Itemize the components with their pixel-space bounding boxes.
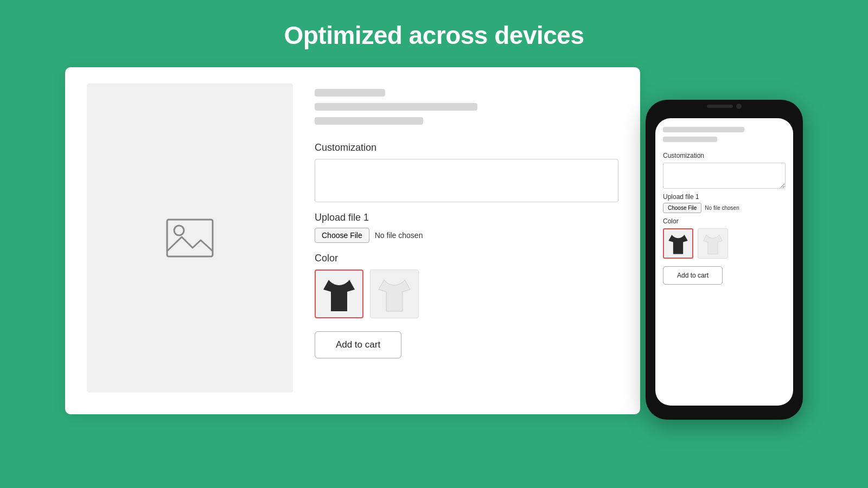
light-tshirt-icon — [378, 274, 411, 313]
phone-color-swatch-light[interactable] — [698, 228, 728, 259]
phone-skeleton-2 — [663, 137, 717, 142]
svg-point-1 — [174, 226, 184, 235]
phone-notch — [697, 100, 751, 113]
phone-notch-bar — [707, 105, 733, 108]
phone-add-to-cart-button[interactable]: Add to cart — [663, 266, 723, 285]
phone-mockup: Customization Upload file 1 Choose File … — [646, 100, 803, 420]
product-details: Customization Upload file 1 Choose File … — [315, 84, 618, 393]
page-title: Optimized across devices — [284, 21, 584, 50]
file-input-row: Choose File No file chosen — [315, 228, 618, 243]
color-swatch-light[interactable] — [370, 269, 419, 318]
dark-tshirt-icon — [322, 274, 356, 313]
color-swatches — [315, 269, 618, 318]
phone-dark-tshirt-icon — [668, 232, 688, 255]
phone-no-file-text: No file chosen — [705, 205, 739, 211]
phone-customization-label: Customization — [663, 152, 786, 159]
customization-textarea[interactable] — [315, 159, 618, 202]
phone-choose-file-button[interactable]: Choose File — [663, 203, 701, 213]
content-area: Customization Upload file 1 Choose File … — [65, 67, 803, 414]
phone-light-tshirt-icon — [703, 232, 723, 255]
phone-file-row: Choose File No file chosen — [663, 203, 786, 213]
phone-skeleton-1 — [663, 127, 744, 132]
image-icon — [163, 216, 217, 260]
svg-rect-0 — [167, 220, 213, 256]
skeleton-desc2 — [315, 117, 423, 125]
color-swatch-dark[interactable] — [315, 269, 363, 318]
choose-file-button[interactable]: Choose File — [315, 228, 369, 243]
phone-color-label: Color — [663, 217, 786, 225]
skeleton-desc1 — [315, 103, 477, 111]
phone-color-swatches — [663, 228, 786, 259]
customization-label: Customization — [315, 142, 618, 153]
product-image-placeholder — [87, 84, 293, 393]
desktop-card: Customization Upload file 1 Choose File … — [65, 67, 640, 414]
phone-screen: Customization Upload file 1 Choose File … — [655, 118, 793, 406]
phone-color-swatch-dark[interactable] — [663, 228, 693, 259]
phone-customization-textarea[interactable] — [663, 163, 786, 189]
color-label: Color — [315, 253, 618, 264]
phone-notch-dot — [736, 104, 742, 109]
skeleton-title — [315, 89, 385, 97]
upload-file-label: Upload file 1 — [315, 212, 618, 223]
phone-upload-label: Upload file 1 — [663, 193, 786, 201]
add-to-cart-button[interactable]: Add to cart — [315, 331, 401, 358]
no-file-text: No file chosen — [375, 231, 423, 240]
